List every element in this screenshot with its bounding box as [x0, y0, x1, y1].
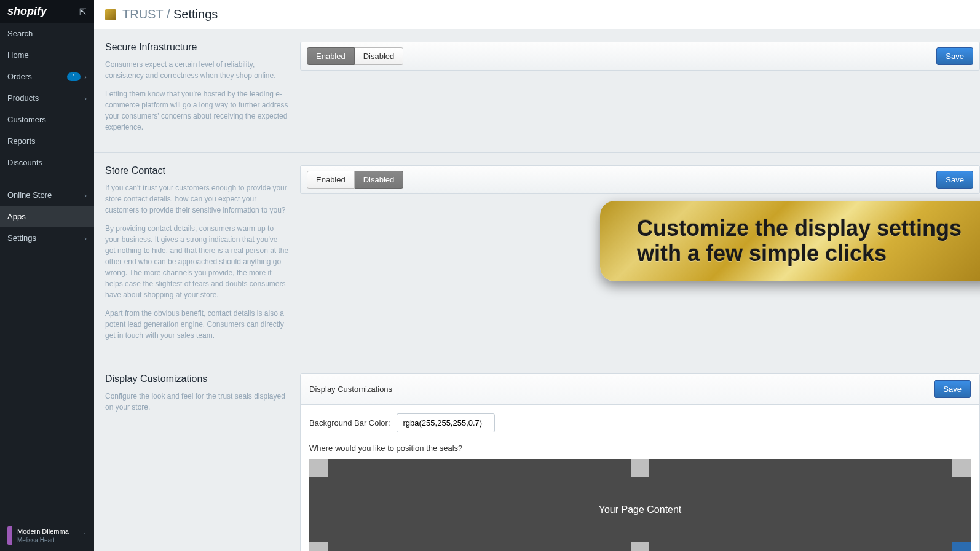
- section-desc: By providing contact details, consumers …: [105, 223, 289, 300]
- enabled-button[interactable]: Enabled: [307, 47, 355, 65]
- section-desc: Configure the look and feel for the trus…: [105, 391, 289, 413]
- store-name: Modern Dilemma: [17, 527, 69, 536]
- breadcrumb-app[interactable]: TRUST: [122, 7, 163, 21]
- section-desc: Apart from the obvious benefit, contact …: [105, 308, 289, 341]
- position-label: Where would you like to position the sea…: [309, 444, 971, 453]
- disabled-button[interactable]: Disabled: [355, 47, 404, 65]
- user-name: Melissa Heart: [17, 536, 69, 544]
- sidebar-header: shopify ⇱: [0, 0, 94, 23]
- section-title: Secure Infrastructure: [105, 42, 289, 53]
- display-panel: Display Customizations Save Background B…: [300, 373, 980, 551]
- chevron-right-icon: ›: [84, 95, 87, 102]
- sidebar-item-label: Search: [7, 29, 33, 38]
- bg-color-input[interactable]: [397, 413, 495, 432]
- sidebar-item-settings[interactable]: Settings ›: [0, 227, 94, 249]
- orders-badge: 1: [67, 72, 81, 81]
- sidebar-item-orders[interactable]: Orders 1›: [0, 66, 94, 87]
- sidebar-item-discounts[interactable]: Discounts: [0, 152, 94, 173]
- section-title: Display Customizations: [105, 373, 289, 385]
- topbar: TRUST / Settings: [94, 0, 980, 29]
- position-bottom-left[interactable]: [309, 542, 328, 551]
- position-preview: Your Page Content: [309, 459, 971, 551]
- external-link-icon[interactable]: ⇱: [79, 7, 87, 17]
- chevron-right-icon: ›: [84, 192, 87, 199]
- brand-logo: shopify: [7, 5, 47, 18]
- sidebar-item-label: Products: [7, 93, 39, 103]
- section-desc: If you can't trust your customers enough…: [105, 182, 289, 216]
- toggle-group: Enabled Disabled: [307, 171, 403, 189]
- sidebar-item-search[interactable]: Search: [0, 23, 94, 44]
- panel-header: Display Customizations Save: [301, 374, 979, 405]
- section-display-customizations: Display Customizations Configure the loo…: [94, 361, 980, 551]
- promo-banner: Customize the display settings with a fe…: [600, 201, 980, 281]
- enabled-button[interactable]: Enabled: [307, 171, 355, 189]
- chevron-right-icon: ›: [84, 235, 87, 242]
- toggle-bar: Enabled Disabled Save: [300, 42, 980, 71]
- sidebar-item-label: Orders: [7, 72, 32, 81]
- sidebar: shopify ⇱ Search Home Orders 1› Products…: [0, 0, 94, 551]
- main-content: TRUST / Settings Secure Infrastructure C…: [94, 0, 980, 551]
- sidebar-item-label: Online Store: [7, 190, 52, 200]
- sidebar-item-label: Customers: [7, 115, 46, 124]
- section-title: Store Contact: [105, 165, 289, 176]
- breadcrumb-page: Settings: [173, 7, 218, 21]
- sidebar-item-apps[interactable]: Apps: [0, 206, 94, 227]
- bg-color-label: Background Bar Color:: [309, 418, 390, 428]
- panel-title: Display Customizations: [309, 385, 392, 394]
- disabled-button[interactable]: Disabled: [355, 171, 404, 189]
- app-icon: [105, 9, 116, 20]
- chevron-right-icon: ›: [84, 73, 87, 80]
- sidebar-item-home[interactable]: Home: [0, 44, 94, 66]
- sidebar-item-label: Home: [7, 50, 29, 60]
- sidebar-item-customers[interactable]: Customers: [0, 109, 94, 130]
- sidebar-footer[interactable]: Modern Dilemma Melissa Heart ˄: [0, 520, 94, 551]
- breadcrumb: TRUST / Settings: [122, 7, 218, 21]
- section-secure-infrastructure: Secure Infrastructure Consumers expect a…: [94, 29, 980, 153]
- position-top-right[interactable]: [952, 459, 971, 477]
- position-bottom-center[interactable]: [631, 542, 649, 551]
- sidebar-item-label: Discounts: [7, 158, 42, 167]
- position-top-left[interactable]: [309, 459, 328, 477]
- section-desc: Consumers expect a certain level of reli…: [105, 59, 289, 81]
- chevron-up-down-icon: ˄: [83, 532, 87, 540]
- sidebar-item-label: Reports: [7, 136, 36, 146]
- avatar: [7, 526, 12, 545]
- bg-color-field: Background Bar Color:: [309, 413, 971, 432]
- save-button[interactable]: Save: [934, 380, 971, 398]
- section-store-contact: Store Contact If you can't trust your cu…: [94, 153, 980, 361]
- sidebar-item-label: Settings: [7, 233, 36, 243]
- position-bottom-right[interactable]: [952, 542, 971, 551]
- sidebar-item-label: Apps: [7, 212, 26, 221]
- position-top-center[interactable]: [631, 459, 649, 477]
- save-button[interactable]: Save: [936, 171, 973, 189]
- sidebar-item-products[interactable]: Products ›: [0, 87, 94, 109]
- promo-text-line2: with a few simple clicks: [637, 241, 962, 266]
- promo-text-line1: Customize the display settings: [637, 216, 962, 241]
- sidebar-item-reports[interactable]: Reports: [0, 130, 94, 152]
- section-desc: Letting them know that you're hosted by …: [105, 88, 289, 133]
- preview-content-text: Your Page Content: [599, 504, 682, 515]
- save-button[interactable]: Save: [936, 47, 973, 65]
- toggle-bar: Enabled Disabled Save: [300, 165, 980, 194]
- sidebar-item-online-store[interactable]: Online Store ›: [0, 184, 94, 206]
- toggle-group: Enabled Disabled: [307, 47, 403, 65]
